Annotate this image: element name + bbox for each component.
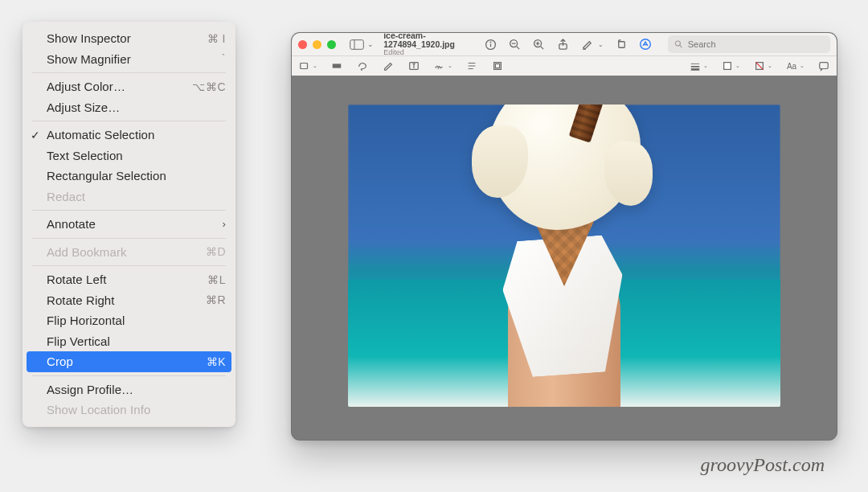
watermark: groovyPost.com <box>701 454 825 476</box>
redact-icon[interactable] <box>330 59 343 72</box>
menu-shortcut: ⌥⌘C <box>192 80 226 93</box>
fill-button[interactable]: ⌄ <box>721 59 740 72</box>
chevron-right-icon: › <box>223 218 226 230</box>
crop-tool-icon[interactable] <box>491 59 504 72</box>
zoom-in-icon[interactable] <box>532 38 545 51</box>
menu-label: Show Inspector <box>47 31 207 45</box>
window-title: ice-cream-1274894_1920.jpg <box>383 32 474 49</box>
svg-point-16 <box>675 41 680 46</box>
menu-label: Automatic Selection <box>47 128 226 141</box>
menu-shortcut: ⌘R <box>206 293 226 306</box>
shapes-button[interactable]: ⌄ <box>298 59 317 72</box>
traffic-lights <box>298 40 336 49</box>
menu-separator <box>32 121 226 121</box>
zoom-out-icon[interactable] <box>508 38 521 51</box>
menu-separator <box>32 72 226 73</box>
menu-item-add-bookmark: Add Bookmark ⌘D <box>23 242 235 263</box>
zoom-window-button[interactable] <box>327 40 336 49</box>
svg-line-6 <box>516 46 518 48</box>
menu-item-show-inspector[interactable]: Show Inspector ⌘ I <box>23 28 235 49</box>
menu-item-crop[interactable]: Crop ⌘K <box>27 351 231 372</box>
menu-item-flip-horizontal[interactable]: Flip Horizontal <box>23 310 235 331</box>
annotate-note-icon[interactable] <box>817 59 830 72</box>
minimize-window-button[interactable] <box>313 40 321 49</box>
image-content <box>348 105 780 407</box>
menu-item-rotate-right[interactable]: Rotate Right ⌘R <box>23 290 235 311</box>
chevron-down-icon: ⌄ <box>768 63 772 69</box>
highlighter-icon[interactable] <box>580 38 593 51</box>
menu-separator <box>32 210 226 211</box>
lasso-icon[interactable] <box>356 59 369 72</box>
menu-item-assign-profile[interactable]: Assign Profile… <box>23 379 235 400</box>
titlebar: ⌄ ice-cream-1274894_1920.jpg Edited ⌄ <box>292 33 837 56</box>
menu-label: Add Bookmark <box>47 245 206 259</box>
menu-item-automatic-selection[interactable]: ✓ Automatic Selection <box>23 125 235 146</box>
search-icon <box>674 39 683 49</box>
fill-icon <box>721 59 734 72</box>
search-field[interactable] <box>668 35 830 53</box>
close-window-button[interactable] <box>298 40 307 49</box>
menu-item-text-selection[interactable]: Text Selection <box>23 146 235 166</box>
svg-rect-13 <box>618 41 624 47</box>
font-button[interactable]: Aa ⌄ <box>785 59 805 72</box>
menu-shortcut: ⌘D <box>206 245 226 258</box>
share-icon[interactable] <box>556 38 569 51</box>
menu-label: Annotate <box>47 217 223 231</box>
rotate-icon[interactable] <box>615 38 628 51</box>
menu-item-show-location-info: Show Location Info <box>23 400 235 420</box>
menu-label: Assign Profile… <box>47 383 226 396</box>
sign-icon <box>433 59 446 72</box>
search-input[interactable] <box>686 39 824 50</box>
chevron-down-icon: ⌄ <box>313 63 317 69</box>
chevron-down-icon: ⌄ <box>448 63 452 69</box>
menu-label: Adjust Size… <box>47 100 226 114</box>
menu-item-redact: Redact <box>23 187 235 207</box>
menu-label: Flip Horizontal <box>47 314 226 327</box>
menu-separator <box>32 375 226 376</box>
markup-icon[interactable] <box>639 38 652 51</box>
menu-item-show-magnifier[interactable]: Show Magnifier ` <box>23 49 235 70</box>
menu-shortcut: ⌘ I <box>207 32 226 45</box>
menu-item-annotate[interactable]: Annotate › <box>23 214 235 235</box>
info-icon[interactable] <box>484 38 497 51</box>
sidebar-toggle-button[interactable] <box>349 37 364 51</box>
menu-label: Rotate Left <box>47 273 207 286</box>
chevron-down-icon: ⌄ <box>703 63 708 69</box>
menu-item-adjust-color[interactable]: Adjust Color… ⌥⌘C <box>23 76 235 97</box>
sign-button[interactable]: ⌄ <box>433 59 452 72</box>
chevron-down-icon: ⌄ <box>800 63 805 69</box>
canvas[interactable] <box>292 76 837 440</box>
svg-rect-0 <box>350 39 363 49</box>
menu-item-rotate-left[interactable]: Rotate Left ⌘L <box>23 269 235 290</box>
svg-rect-27 <box>495 64 499 68</box>
menu-item-flip-vertical[interactable]: Flip Vertical <box>23 331 235 352</box>
menu-item-rectangular-selection[interactable]: Rectangular Selection <box>23 166 235 187</box>
menu-label: Crop <box>47 355 207 368</box>
menu-label: Flip Vertical <box>47 334 226 348</box>
svg-point-4 <box>490 42 491 43</box>
svg-rect-34 <box>820 63 829 69</box>
line-style-icon <box>753 59 766 72</box>
text-box-icon[interactable] <box>407 59 420 72</box>
menu-item-adjust-size[interactable]: Adjust Size… <box>23 97 235 118</box>
chevron-down-icon[interactable]: ⌄ <box>367 40 374 48</box>
menu-label: Redact <box>47 190 226 203</box>
align-icon[interactable] <box>465 59 478 72</box>
sketch-icon[interactable] <box>382 59 395 72</box>
svg-rect-19 <box>333 64 342 68</box>
stroke-icon <box>689 59 702 72</box>
title-tools: ⌄ <box>484 35 830 53</box>
svg-line-33 <box>756 63 764 70</box>
menu-shortcut: ⌘L <box>207 273 226 286</box>
menu-label: Show Magnifier <box>47 52 222 66</box>
menu-separator <box>32 265 226 266</box>
menu-shortcut: ` <box>222 52 226 65</box>
markup-toolbar: ⌄ ⌄ ⌄ ⌄ ⌄ Aa ⌄ <box>292 56 837 76</box>
menu-separator <box>32 238 226 239</box>
font-icon: Aa <box>785 59 798 72</box>
svg-rect-31 <box>724 63 731 70</box>
stroke-button[interactable]: ⌄ <box>689 59 708 72</box>
line-style-button[interactable]: ⌄ <box>753 59 772 72</box>
menu-label: Adjust Color… <box>47 80 192 93</box>
chevron-down-icon[interactable]: ⌄ <box>598 41 604 48</box>
